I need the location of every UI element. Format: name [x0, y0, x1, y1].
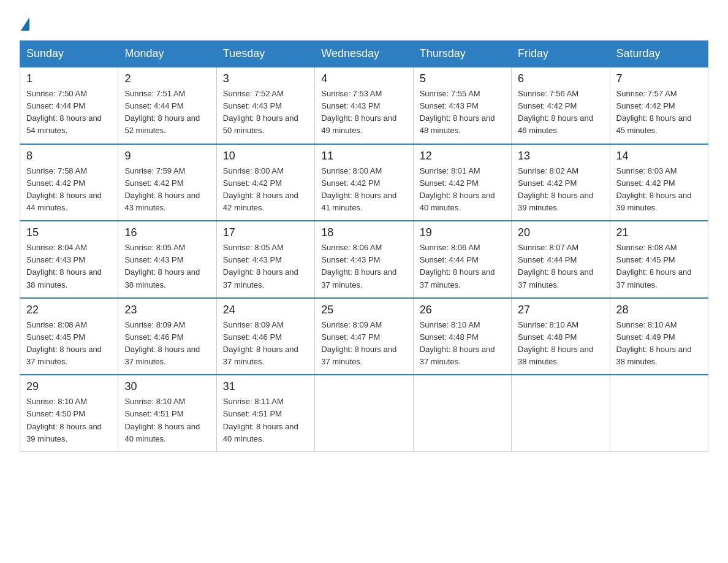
day-number: 25	[321, 304, 406, 316]
day-number: 5	[420, 72, 505, 85]
calendar-cell: 17 Sunrise: 8:05 AMSunset: 4:43 PMDaylig…	[216, 221, 314, 298]
calendar-cell	[315, 375, 413, 451]
logo	[20, 15, 29, 31]
calendar-cell: 25 Sunrise: 8:09 AMSunset: 4:47 PMDaylig…	[315, 298, 413, 375]
day-info: Sunrise: 8:10 AMSunset: 4:51 PMDaylight:…	[124, 397, 200, 443]
calendar-cell: 9 Sunrise: 7:59 AMSunset: 4:42 PMDayligh…	[118, 144, 216, 221]
calendar-cell: 2 Sunrise: 7:51 AMSunset: 4:44 PMDayligh…	[118, 67, 216, 144]
weekday-header-friday: Friday	[512, 41, 610, 67]
calendar-header: SundayMondayTuesdayWednesdayThursdayFrid…	[20, 41, 708, 67]
day-number: 30	[124, 380, 210, 393]
day-info: Sunrise: 8:05 AMSunset: 4:43 PMDaylight:…	[223, 243, 298, 289]
day-info: Sunrise: 8:00 AMSunset: 4:42 PMDaylight:…	[321, 166, 396, 212]
calendar-cell: 27 Sunrise: 8:10 AMSunset: 4:48 PMDaylig…	[512, 298, 610, 375]
calendar-cell	[610, 375, 708, 451]
day-info: Sunrise: 7:53 AMSunset: 4:43 PMDaylight:…	[321, 89, 396, 135]
day-number: 1	[26, 72, 112, 85]
calendar-cell: 11 Sunrise: 8:00 AMSunset: 4:42 PMDaylig…	[315, 144, 413, 221]
day-info: Sunrise: 8:10 AMSunset: 4:50 PMDaylight:…	[26, 397, 102, 443]
calendar-cell: 6 Sunrise: 7:56 AMSunset: 4:42 PMDayligh…	[512, 67, 610, 144]
day-number: 19	[420, 226, 505, 239]
day-info: Sunrise: 8:08 AMSunset: 4:45 PMDaylight:…	[26, 320, 102, 366]
day-number: 28	[616, 304, 702, 316]
day-number: 7	[616, 72, 702, 85]
calendar-cell: 1 Sunrise: 7:50 AMSunset: 4:44 PMDayligh…	[20, 67, 118, 144]
calendar-cell: 21 Sunrise: 8:08 AMSunset: 4:45 PMDaylig…	[610, 221, 708, 298]
day-info: Sunrise: 8:03 AMSunset: 4:42 PMDaylight:…	[616, 166, 692, 212]
weekday-header-wednesday: Wednesday	[315, 41, 413, 67]
day-info: Sunrise: 8:00 AMSunset: 4:42 PMDaylight:…	[223, 166, 298, 212]
calendar-cell: 13 Sunrise: 8:02 AMSunset: 4:42 PMDaylig…	[512, 144, 610, 221]
calendar-cell: 14 Sunrise: 8:03 AMSunset: 4:42 PMDaylig…	[610, 144, 708, 221]
day-info: Sunrise: 8:07 AMSunset: 4:44 PMDaylight:…	[518, 243, 593, 289]
day-info: Sunrise: 8:11 AMSunset: 4:51 PMDaylight:…	[223, 397, 298, 443]
day-info: Sunrise: 8:02 AMSunset: 4:42 PMDaylight:…	[518, 166, 593, 212]
day-info: Sunrise: 7:58 AMSunset: 4:42 PMDaylight:…	[26, 166, 102, 212]
day-number: 29	[26, 380, 112, 393]
calendar-cell	[413, 375, 511, 451]
week-row-1: 1 Sunrise: 7:50 AMSunset: 4:44 PMDayligh…	[20, 67, 708, 144]
day-number: 2	[124, 72, 210, 85]
day-info: Sunrise: 8:10 AMSunset: 4:48 PMDaylight:…	[518, 320, 593, 366]
day-info: Sunrise: 7:57 AMSunset: 4:42 PMDaylight:…	[616, 89, 692, 135]
calendar-cell	[512, 375, 610, 451]
day-number: 6	[518, 72, 603, 85]
day-number: 24	[223, 304, 308, 316]
calendar-cell: 15 Sunrise: 8:04 AMSunset: 4:43 PMDaylig…	[20, 221, 118, 298]
day-number: 9	[124, 150, 210, 163]
day-number: 15	[26, 226, 112, 239]
calendar-cell: 28 Sunrise: 8:10 AMSunset: 4:49 PMDaylig…	[610, 298, 708, 375]
calendar-body: 1 Sunrise: 7:50 AMSunset: 4:44 PMDayligh…	[20, 67, 708, 451]
calendar-cell: 30 Sunrise: 8:10 AMSunset: 4:51 PMDaylig…	[118, 375, 216, 451]
day-number: 22	[26, 304, 112, 316]
calendar-cell: 19 Sunrise: 8:06 AMSunset: 4:44 PMDaylig…	[413, 221, 511, 298]
day-number: 4	[321, 72, 406, 85]
calendar-cell: 31 Sunrise: 8:11 AMSunset: 4:51 PMDaylig…	[216, 375, 314, 451]
day-number: 18	[321, 226, 406, 239]
day-info: Sunrise: 8:06 AMSunset: 4:44 PMDaylight:…	[420, 243, 495, 289]
calendar-cell: 22 Sunrise: 8:08 AMSunset: 4:45 PMDaylig…	[20, 298, 118, 375]
day-number: 3	[223, 72, 308, 85]
day-info: Sunrise: 7:55 AMSunset: 4:43 PMDaylight:…	[420, 89, 495, 135]
weekday-header-tuesday: Tuesday	[216, 41, 314, 67]
day-number: 13	[518, 150, 603, 163]
day-number: 10	[223, 150, 308, 163]
calendar-cell: 7 Sunrise: 7:57 AMSunset: 4:42 PMDayligh…	[610, 67, 708, 144]
day-info: Sunrise: 8:04 AMSunset: 4:43 PMDaylight:…	[26, 243, 102, 289]
day-info: Sunrise: 7:51 AMSunset: 4:44 PMDaylight:…	[124, 89, 200, 135]
weekday-header-monday: Monday	[118, 41, 216, 67]
logo-triangle-icon	[21, 17, 29, 31]
day-number: 11	[321, 150, 406, 163]
day-info: Sunrise: 8:10 AMSunset: 4:49 PMDaylight:…	[616, 320, 692, 366]
calendar-cell: 5 Sunrise: 7:55 AMSunset: 4:43 PMDayligh…	[413, 67, 511, 144]
day-number: 27	[518, 304, 603, 316]
calendar-cell: 10 Sunrise: 8:00 AMSunset: 4:42 PMDaylig…	[216, 144, 314, 221]
calendar-cell: 20 Sunrise: 8:07 AMSunset: 4:44 PMDaylig…	[512, 221, 610, 298]
day-info: Sunrise: 7:52 AMSunset: 4:43 PMDaylight:…	[223, 89, 298, 135]
calendar-cell: 4 Sunrise: 7:53 AMSunset: 4:43 PMDayligh…	[315, 67, 413, 144]
day-info: Sunrise: 8:01 AMSunset: 4:42 PMDaylight:…	[420, 166, 495, 212]
weekday-row: SundayMondayTuesdayWednesdayThursdayFrid…	[20, 41, 708, 67]
calendar-table: SundayMondayTuesdayWednesdayThursdayFrid…	[20, 40, 708, 452]
day-info: Sunrise: 8:09 AMSunset: 4:46 PMDaylight:…	[124, 320, 200, 366]
calendar-cell: 12 Sunrise: 8:01 AMSunset: 4:42 PMDaylig…	[413, 144, 511, 221]
day-info: Sunrise: 7:59 AMSunset: 4:42 PMDaylight:…	[124, 166, 200, 212]
day-number: 21	[616, 226, 702, 239]
week-row-3: 15 Sunrise: 8:04 AMSunset: 4:43 PMDaylig…	[20, 221, 708, 298]
day-info: Sunrise: 8:06 AMSunset: 4:43 PMDaylight:…	[321, 243, 396, 289]
calendar-cell: 29 Sunrise: 8:10 AMSunset: 4:50 PMDaylig…	[20, 375, 118, 451]
calendar-cell: 3 Sunrise: 7:52 AMSunset: 4:43 PMDayligh…	[216, 67, 314, 144]
weekday-header-thursday: Thursday	[413, 41, 511, 67]
calendar-cell: 18 Sunrise: 8:06 AMSunset: 4:43 PMDaylig…	[315, 221, 413, 298]
weekday-header-sunday: Sunday	[20, 41, 118, 67]
day-info: Sunrise: 8:09 AMSunset: 4:47 PMDaylight:…	[321, 320, 396, 366]
day-info: Sunrise: 8:08 AMSunset: 4:45 PMDaylight:…	[616, 243, 692, 289]
calendar-cell: 24 Sunrise: 8:09 AMSunset: 4:46 PMDaylig…	[216, 298, 314, 375]
day-info: Sunrise: 7:50 AMSunset: 4:44 PMDaylight:…	[26, 89, 102, 135]
calendar-cell: 26 Sunrise: 8:10 AMSunset: 4:48 PMDaylig…	[413, 298, 511, 375]
day-number: 16	[124, 226, 210, 239]
week-row-4: 22 Sunrise: 8:08 AMSunset: 4:45 PMDaylig…	[20, 298, 708, 375]
day-number: 17	[223, 226, 308, 239]
day-number: 20	[518, 226, 603, 239]
day-info: Sunrise: 7:56 AMSunset: 4:42 PMDaylight:…	[518, 89, 593, 135]
